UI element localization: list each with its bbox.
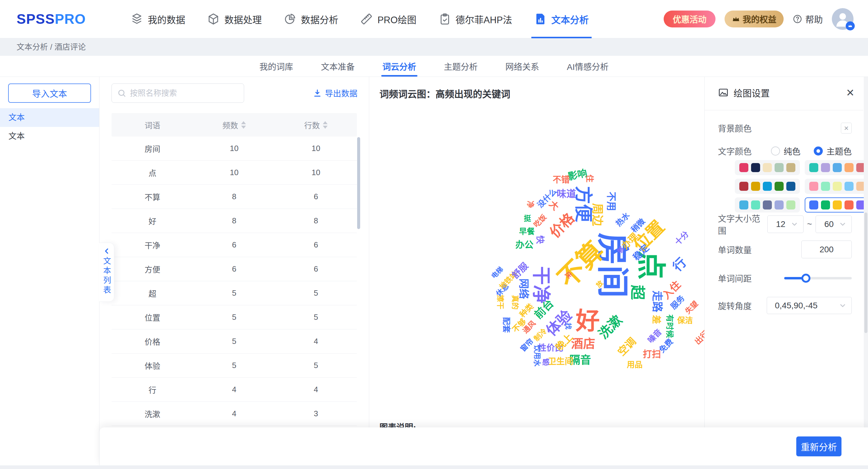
table-cell: 4 [193,385,275,394]
table-row[interactable]: 好88 [112,209,357,233]
table-row[interactable]: 体验55 [112,353,357,378]
reanalyze-button[interactable]: 重新分析 [796,436,841,456]
palette-group[interactable] [805,179,868,194]
tab-wordcloud-analysis[interactable]: 词云分析 [382,56,416,76]
table-scrollbar-thumb[interactable] [357,137,360,229]
panel-scrollbar-thumb[interactable] [864,213,867,333]
sort-rows-control[interactable] [323,121,328,129]
column-rows-label: 行数 [304,119,320,130]
top-nav: SPSSPRO 我的数据 数据处理 数据分析 PRO绘图 德尔菲AHP法 [0,0,868,38]
wordcloud: 房间点不算好干净方便位置超体验价格洗漱酒店行隔音走路入住周边味道影响不错住不用没… [482,157,705,386]
table-cell: 5 [193,337,275,346]
text-list-sidebar: 导入文本 文本 文本 [0,77,99,469]
import-text-button[interactable]: 导入文本 [8,84,91,103]
table-cell: 4 [193,409,275,418]
nav-item-label: 数据处理 [224,12,261,26]
my-rights-button[interactable]: 我的权益 [724,10,784,27]
vip-badge [846,22,855,30]
color-swatch [763,182,772,191]
text-list-collapse-tab[interactable]: 文本列表 [99,243,114,302]
column-word-label: 词语 [145,119,160,130]
cloud-word: 空调 [616,336,638,357]
cloud-word: 打扫 [643,350,661,359]
table-row[interactable]: 超55 [112,281,357,305]
table-row[interactable]: 房间1010 [112,136,357,161]
cloud-word: 用品 [627,361,643,369]
clear-background-button[interactable]: × [841,123,852,133]
palette-grid [735,160,852,213]
sort-frequency-control[interactable] [241,121,246,129]
table-cell: 4 [275,337,357,346]
promo-button[interactable]: 优惠活动 [664,10,715,27]
color-swatch [821,163,830,172]
cloud-word: 周边 [592,203,603,226]
cloud-word: 净 [527,201,534,208]
radio-solid-color[interactable]: 纯色 [771,145,801,157]
table-cell: 好 [112,215,193,226]
tab-ai-sentiment[interactable]: AI情感分析 [567,56,609,76]
table-cell: 6 [193,264,275,274]
word-gap-label: 单词间距 [718,272,752,284]
tab-topic-analysis[interactable]: 主题分析 [444,56,478,76]
help-button[interactable]: 帮助 [793,13,823,25]
clipboard-check-icon [439,13,451,25]
palette-group[interactable] [805,197,868,213]
rotate-angle-select[interactable]: 0,45,90,-45 [767,297,852,314]
nav-item-label: 德尔菲AHP法 [456,12,513,26]
table-row[interactable]: 方便66 [112,257,357,281]
cloud-word: 吃饭 [532,213,548,229]
tab-text-prepare[interactable]: 文本准备 [321,56,355,76]
radio-theme-color[interactable]: 主题色 [814,145,852,157]
tab-network-relation[interactable]: 网络关系 [505,56,539,76]
color-swatch [786,163,795,172]
palette-group[interactable] [805,160,868,175]
font-size-min-select[interactable]: 12 [767,216,804,233]
sidebar-item-text-1[interactable]: 文本 [0,108,99,127]
palette-group[interactable] [735,197,800,213]
export-data-link[interactable]: 导出数据 [313,87,358,99]
cloud-word: 找 [565,323,571,330]
tab-my-lexicon[interactable]: 我的词库 [259,56,293,76]
close-icon[interactable]: × [846,86,854,99]
palette-group[interactable] [735,179,800,194]
table-row[interactable]: 洗漱43 [112,402,357,426]
table-cell: 3 [275,409,357,418]
table-row[interactable]: 价格54 [112,330,357,353]
slider-thumb[interactable] [801,274,810,283]
avatar[interactable] [832,8,854,30]
table-cell: 10 [275,144,357,153]
spsspro-app: SPSSPRO 我的数据 数据处理 数据分析 PRO绘图 德尔菲AHP法 [0,0,868,469]
color-swatch [786,200,795,210]
nav-item-pro-plot[interactable]: PRO绘图 [361,0,416,38]
color-swatch [763,200,772,210]
nav-item-data-processing[interactable]: 数据处理 [207,0,261,38]
table-row[interactable]: 干净66 [112,233,357,257]
spsspro-logo[interactable]: SPSSPRO [17,11,86,27]
table-cell: 位置 [112,312,193,323]
word-count-input[interactable] [801,241,852,258]
radio-selected-icon [814,147,823,156]
table-cell: 4 [275,385,357,394]
table-cell: 6 [275,264,357,274]
nav-item-text-analysis[interactable]: 文本分析 [534,0,589,38]
font-size-max-select[interactable]: 60 [815,216,852,233]
sidebar-item-text-2[interactable]: 文本 [0,127,99,146]
table-row[interactable]: 不算86 [112,185,357,209]
table-cell: 方便 [112,263,193,275]
table-row[interactable]: 点1010 [112,161,357,185]
image-icon [718,87,729,98]
palette-group[interactable] [735,160,800,175]
cloud-word: 快 [535,236,544,244]
nav-item-delphi-ahp[interactable]: 德尔菲AHP法 [439,0,513,38]
color-swatch [833,163,842,172]
table-row[interactable]: 位置55 [112,305,357,330]
table-row[interactable]: 行44 [112,378,357,402]
color-swatch [809,182,818,191]
nav-item-my-data[interactable]: 我的数据 [131,0,185,38]
search-input[interactable] [130,89,239,98]
table-cell: 洗漱 [112,408,193,419]
background-color-row: 背景颜色 × [718,122,852,135]
word-gap-slider[interactable] [784,270,852,287]
caret-down-icon [323,126,328,129]
nav-item-data-analysis[interactable]: 数据分析 [284,0,338,38]
